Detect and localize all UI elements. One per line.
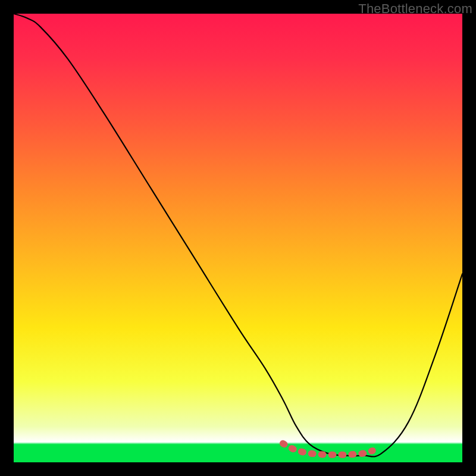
bottleneck-curve — [14, 14, 462, 456]
plot-area — [14, 14, 462, 462]
chart-container: TheBottleneck.com — [0, 0, 476, 476]
chart-svg — [14, 14, 462, 462]
watermark-text: TheBottleneck.com — [358, 1, 472, 17]
